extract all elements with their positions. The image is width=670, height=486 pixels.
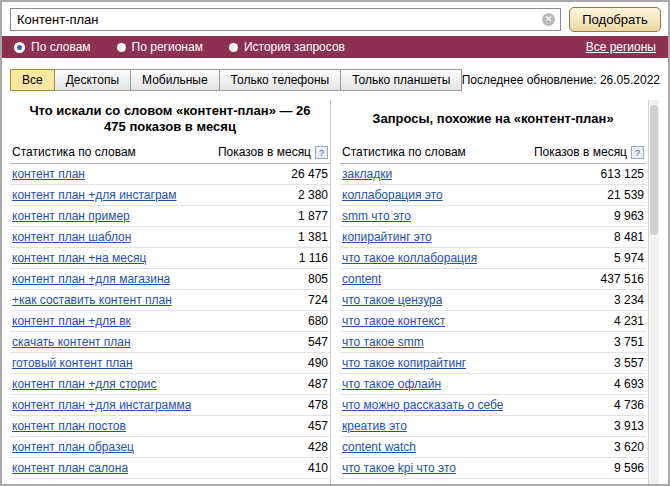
tab-desktops[interactable]: Десктопы <box>54 69 131 91</box>
shows-value: 21 539 <box>607 188 644 202</box>
keyword-link[interactable]: готовый контент план <box>12 356 133 370</box>
shows-value: 4 736 <box>614 398 644 412</box>
keyword-link[interactable]: что такое офлайн <box>342 377 441 391</box>
table-row: коллаборация это 21 539 <box>340 185 646 206</box>
results-content: Что искали со словом «контент-план» — 26… <box>2 98 668 486</box>
right-panel: Запросы, похожие на «контент-план» Стати… <box>330 100 646 486</box>
keyword-link[interactable]: контент план постов <box>12 419 126 433</box>
right-panel-title: Запросы, похожие на «контент-план» <box>340 100 646 142</box>
all-regions-link[interactable]: Все регионы <box>586 40 656 54</box>
table-row: content 437 516 <box>340 269 646 290</box>
keyword-link[interactable]: что такое коллаборация <box>342 251 477 265</box>
keyword-link[interactable]: контент план +для сторис <box>12 377 157 391</box>
table-row: контент план +для магазина 805 <box>10 269 330 290</box>
keyword-link[interactable]: контент план пример <box>12 209 130 223</box>
keyword-link[interactable]: что можно рассказать о себе <box>342 398 503 412</box>
keyword-link[interactable]: контент план образец <box>12 440 134 454</box>
keyword-link[interactable]: content <box>342 272 381 286</box>
scrollbar-thumb[interactable] <box>650 105 658 235</box>
radio-icon <box>229 43 238 52</box>
shows-value: 613 125 <box>601 167 644 181</box>
keyword-link[interactable]: что такое цензура <box>342 293 442 307</box>
clear-search-icon[interactable]: ✕ <box>542 13 555 26</box>
keyword-link[interactable]: что такое копирайтинг <box>342 356 466 370</box>
right-table-rows: закладки 613 125 коллаборация это 21 539… <box>340 164 646 479</box>
shows-value: 5 974 <box>614 251 644 265</box>
mode-option-label: История запросов <box>244 40 345 54</box>
column-header-keyword: Статистика по словам <box>342 145 466 159</box>
left-panel-title: Что искали со словом «контент-план» — 26… <box>10 100 330 142</box>
search-bar: ✕ Подобрать <box>2 2 668 36</box>
keyword-link[interactable]: креатив это <box>342 419 407 433</box>
table-row: что такое цензура 3 234 <box>340 290 646 311</box>
shows-value: 26 475 <box>291 167 328 181</box>
keyword-link[interactable]: контент план +для магазина <box>12 272 170 286</box>
tab-phones-only[interactable]: Только телефоны <box>219 69 342 91</box>
last-update-text: Последнее обновление: 26.05.2022 <box>462 73 660 87</box>
keyword-link[interactable]: контент план <box>12 167 85 181</box>
mode-option-label: По регионам <box>132 40 203 54</box>
tab-tablets-only[interactable]: Только планшеты <box>340 69 462 91</box>
table-row: что такое копирайтинг 3 557 <box>340 353 646 374</box>
table-row: что такое kpi что это 9 596 <box>340 458 646 479</box>
shows-value: 724 <box>308 293 328 307</box>
help-icon[interactable]: ? <box>315 146 328 159</box>
keyword-link[interactable]: что такое kpi что это <box>342 461 456 475</box>
wordstat-page: ✕ Подобрать По словам По регионам Истори… <box>0 0 670 486</box>
table-row: что такое smm 3 751 <box>340 332 646 353</box>
shows-value: 547 <box>308 335 328 349</box>
keyword-link[interactable]: контент план +для вк <box>12 314 131 328</box>
table-row: что можно рассказать о себе 4 736 <box>340 395 646 416</box>
column-header-shows: Показов в месяц <box>534 145 627 159</box>
table-row: контент план 26 475 <box>10 164 330 185</box>
tab-all[interactable]: Все <box>10 69 55 91</box>
right-table-header: Статистика по словам Показов в месяц ? <box>340 142 646 164</box>
keyword-link[interactable]: контент план +для инстаграм <box>12 188 177 202</box>
keyword-link[interactable]: контент план шаблон <box>12 230 131 244</box>
shows-value: 478 <box>308 398 328 412</box>
shows-value: 410 <box>308 461 328 475</box>
shows-value: 490 <box>308 356 328 370</box>
left-panel: Что искали со словом «контент-план» — 26… <box>10 100 330 486</box>
keyword-link[interactable]: +как составить контент план <box>12 293 172 307</box>
vertical-scrollbar[interactable] <box>648 100 659 486</box>
table-row: +как составить контент план 724 <box>10 290 330 311</box>
shows-value: 680 <box>308 314 328 328</box>
keyword-link[interactable]: что такое smm <box>342 335 424 349</box>
keyword-link[interactable]: закладки <box>342 167 392 181</box>
table-row: что такое коллаборация 5 974 <box>340 248 646 269</box>
shows-value: 457 <box>308 419 328 433</box>
keyword-link[interactable]: контент план салона <box>12 461 128 475</box>
mode-nav-bar: По словам По регионам История запросов В… <box>2 36 668 58</box>
table-row: контент план +для инстаграмма 478 <box>10 395 330 416</box>
table-row: контент план пример 1 877 <box>10 206 330 227</box>
mode-option-history[interactable]: История запросов <box>229 40 345 54</box>
keyword-link[interactable]: что такое контекст <box>342 314 445 328</box>
keyword-link[interactable]: контент план +на месяц <box>12 251 146 265</box>
table-row: что такое офлайн 4 693 <box>340 374 646 395</box>
help-icon[interactable]: ? <box>631 146 644 159</box>
keyword-link[interactable]: контент план +для инстаграмма <box>12 398 191 412</box>
table-row: контент план салона 410 <box>10 458 330 479</box>
keyword-link[interactable]: content watch <box>342 440 416 454</box>
mode-option-by-words[interactable]: По словам <box>14 40 91 54</box>
tab-mobile[interactable]: Мобильные <box>130 69 220 91</box>
mode-option-by-regions[interactable]: По регионам <box>117 40 203 54</box>
table-row: копирайтинг это 8 481 <box>340 227 646 248</box>
shows-value: 1 381 <box>298 230 328 244</box>
keyword-link[interactable]: копирайтинг это <box>342 230 432 244</box>
keyword-link[interactable]: коллаборация это <box>342 188 443 202</box>
device-tabs-row: Все Десктопы Мобильные Только телефоны Т… <box>2 58 668 98</box>
shows-value: 3 234 <box>614 293 644 307</box>
shows-value: 487 <box>308 377 328 391</box>
submit-button[interactable]: Подобрать <box>569 7 661 32</box>
shows-value: 4 693 <box>614 377 644 391</box>
table-row: контент план шаблон 1 381 <box>10 227 330 248</box>
radio-icon <box>117 43 126 52</box>
shows-value: 1 877 <box>298 209 328 223</box>
keyword-link[interactable]: smm что это <box>342 209 411 223</box>
keyword-link[interactable]: скачать контент план <box>12 335 131 349</box>
shows-value: 3 557 <box>614 356 644 370</box>
search-input[interactable] <box>10 8 561 31</box>
shows-value: 9 963 <box>614 209 644 223</box>
